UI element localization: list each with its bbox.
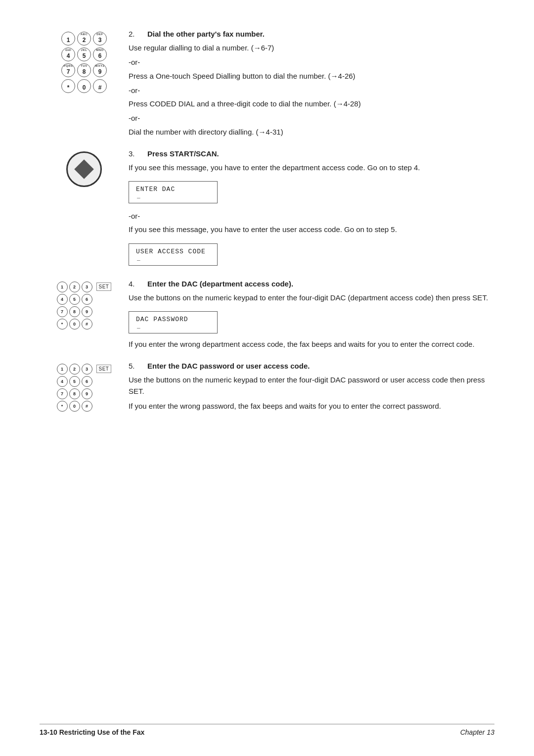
sk4-4: 4 [57, 294, 68, 305]
key-7: PQRS 7 [61, 63, 75, 77]
step-5-row: 1 2 3 4 5 6 7 8 9 * 0 # SET 5. En [40, 362, 494, 415]
step-3-label: Press START/SCAN. [147, 149, 219, 158]
page: 1 ABC 2 DEF 3 GHI 4 JKL 5 [0, 0, 534, 756]
sk4-3: 3 [82, 282, 92, 292]
key-1: 1 [61, 32, 75, 46]
step-3-or-0: -or- [129, 210, 494, 222]
step-2-header: 2. Dial the other party's fax number. [129, 30, 494, 38]
key-2: ABC 2 [77, 32, 91, 46]
enter-dac-display: ENTER DAC _ [129, 181, 218, 203]
sk4-7: 7 [57, 306, 68, 317]
dac-password-display: DAC PASSWORD _ [129, 311, 218, 333]
step-2-or-1: -or- [129, 85, 494, 96]
step-4-keypad-area: 1 2 3 4 5 6 7 8 9 * 0 # SET [57, 282, 112, 330]
footer-left-text: 13-10 Restricting Use of the Fax [40, 728, 144, 736]
step-2-body: Use regular dialling to dial a number. (… [129, 42, 494, 138]
step-4-header: 4. Enter the DAC (department access code… [129, 280, 494, 288]
step-4-row: 1 2 3 4 5 6 7 8 9 * 0 # SET 4. En [40, 280, 494, 353]
step-4-body: Use the buttons on the numeric keypad to… [129, 292, 494, 350]
user-access-code-display: USER ACCESS CODE _ [129, 243, 218, 266]
sk5-star: * [57, 401, 68, 412]
footer-right-text: Chapter 13 [460, 728, 494, 736]
start-scan-button-icon [66, 151, 102, 187]
sk4-0: 0 [69, 319, 80, 330]
step-4-sub-1: If you enter the wrong department access… [129, 338, 494, 350]
key-5: JKL 5 [77, 47, 91, 61]
step-2-number: 2. [129, 30, 142, 38]
sk5-1: 1 [57, 364, 68, 375]
step-5-number: 5. [129, 362, 142, 370]
step-3-body: If you see this message, you have to ent… [129, 162, 494, 271]
step-2-label: Dial the other party's fax number. [147, 30, 265, 38]
key-9: WXYZ 9 [93, 63, 107, 77]
step-2-icon: 1 ABC 2 DEF 3 GHI 4 JKL 5 [40, 30, 129, 93]
sk5-hash: # [82, 401, 92, 412]
sk4-2: 2 [69, 282, 80, 292]
step-2-or-2: -or- [129, 112, 494, 124]
sk4-star: * [57, 319, 68, 330]
step-2-row: 1 ABC 2 DEF 3 GHI 4 JKL 5 [40, 30, 494, 141]
dac-password-text: DAC PASSWORD [136, 316, 188, 323]
step-4-label: Enter the DAC (department access code). [147, 280, 293, 288]
step-2-or-0: -or- [129, 56, 494, 68]
lcd-cursor-1: _ [136, 193, 208, 199]
key-hash: # [93, 79, 107, 93]
key-star: * [61, 79, 75, 93]
step-3-text: 3. Press START/SCAN. If you see this mes… [129, 149, 494, 271]
sk4-9: 9 [82, 306, 92, 317]
small-keypad-5: 1 2 3 4 5 6 7 8 9 * 0 # [57, 364, 92, 412]
sk5-7: 7 [57, 388, 68, 399]
set-label-4: SET [96, 283, 112, 291]
sk5-3: 3 [82, 364, 92, 375]
step-3-header: 3. Press START/SCAN. [129, 149, 494, 158]
lcd-cursor-3: _ [136, 324, 208, 330]
step-5-sub-0: Use the buttons on the numeric keypad to… [129, 374, 494, 397]
step-5-keypad-area: 1 2 3 4 5 6 7 8 9 * 0 # SET [57, 364, 112, 412]
step-5-label: Enter the DAC password or user access co… [147, 362, 310, 370]
diamond-icon [74, 159, 94, 179]
step-2-sub-1: Press a One-touch Speed Dialling button … [129, 70, 494, 82]
step-3-sub-1: If you see this message, you have to ent… [129, 224, 494, 235]
step-4-sub-0: Use the buttons on the numeric keypad to… [129, 292, 494, 303]
step-5-sub-1: If you enter the wrong password, the fax… [129, 400, 494, 412]
key-6: MNO 6 [93, 47, 107, 61]
sk5-0: 0 [69, 401, 80, 412]
step-5-text: 5. Enter the DAC password or user access… [129, 362, 494, 415]
sk4-5: 5 [69, 294, 80, 305]
step-5-body: Use the buttons on the numeric keypad to… [129, 374, 494, 412]
set-label-5: SET [96, 365, 112, 373]
page-footer: 13-10 Restricting Use of the Fax Chapter… [40, 724, 494, 736]
sk5-8: 8 [69, 388, 80, 399]
step-4-number: 4. [129, 280, 142, 288]
key-4: GHI 4 [61, 47, 75, 61]
step-3-number: 3. [129, 149, 142, 158]
sk4-1: 1 [57, 282, 68, 292]
step-3-row: 3. Press START/SCAN. If you see this mes… [40, 149, 494, 271]
sk4-6: 6 [82, 294, 92, 305]
step-2-sub-0: Use regular dialling to dial a number. (… [129, 42, 494, 53]
numeric-keypad-icon: 1 ABC 2 DEF 3 GHI 4 JKL 5 [61, 32, 107, 93]
step-5-icon: 1 2 3 4 5 6 7 8 9 * 0 # SET [40, 362, 129, 412]
sk5-4: 4 [57, 376, 68, 387]
step-4-icon: 1 2 3 4 5 6 7 8 9 * 0 # SET [40, 280, 129, 330]
sk4-hash: # [82, 319, 92, 330]
key-8: TUV 8 [77, 63, 91, 77]
step-2-sub-3: Dial the number with directory dialling.… [129, 126, 494, 138]
step-4-text: 4. Enter the DAC (department access code… [129, 280, 494, 353]
step-2-text: 2. Dial the other party's fax number. Us… [129, 30, 494, 141]
step-2-sub-2: Press CODED DIAL and a three-digit code … [129, 98, 494, 109]
key-3: DEF 3 [93, 32, 107, 46]
sk5-9: 9 [82, 388, 92, 399]
step-3-icon [40, 149, 129, 187]
sk5-5: 5 [69, 376, 80, 387]
lcd-cursor-2: _ [136, 256, 208, 262]
enter-dac-text: ENTER DAC [136, 186, 175, 193]
step-5-header: 5. Enter the DAC password or user access… [129, 362, 494, 370]
sk5-2: 2 [69, 364, 80, 375]
user-access-code-text: USER ACCESS CODE [136, 248, 206, 255]
sk5-6: 6 [82, 376, 92, 387]
small-keypad-4: 1 2 3 4 5 6 7 8 9 * 0 # [57, 282, 92, 330]
sk4-8: 8 [69, 306, 80, 317]
step-3-sub-0: If you see this message, you have to ent… [129, 162, 494, 173]
key-0: 0 [77, 79, 91, 93]
